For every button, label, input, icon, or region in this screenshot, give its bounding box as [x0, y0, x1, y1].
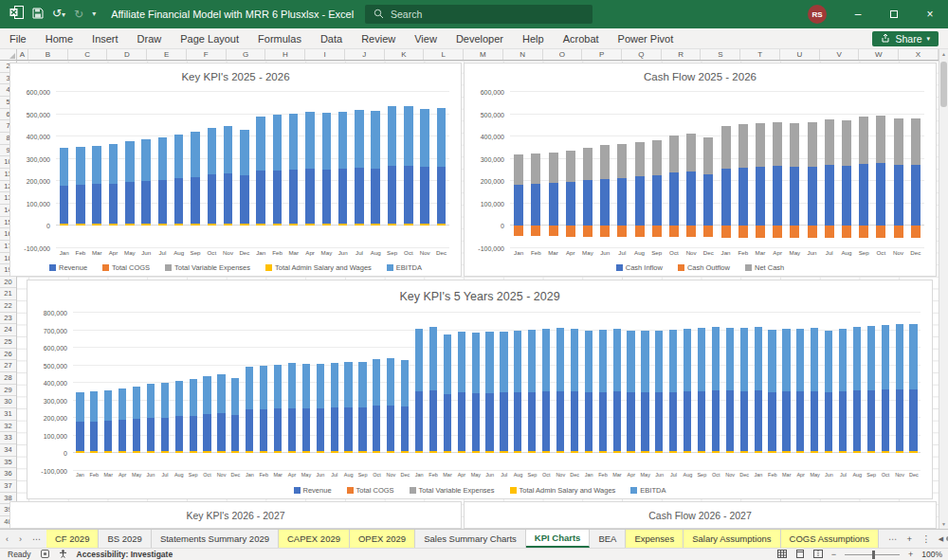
- restore-button[interactable]: [876, 0, 912, 28]
- ribbon-tab-developer[interactable]: Developer: [447, 28, 513, 49]
- minimize-button[interactable]: –: [840, 0, 876, 28]
- ribbon-tab-draw[interactable]: Draw: [128, 28, 172, 49]
- row-header-21[interactable]: 21: [0, 288, 16, 300]
- tab-splitter-icon[interactable]: ⋮: [921, 533, 931, 544]
- search-box[interactable]: Search: [365, 5, 592, 24]
- chart-key-kpi-5-years-2025-2029[interactable]: Key KPI's 5 Years 2025 - 2029800,000700,…: [27, 280, 933, 499]
- column-header-H[interactable]: H: [265, 49, 305, 60]
- row-header-24[interactable]: 24: [0, 324, 16, 336]
- hscroll-left-icon[interactable]: ◀: [939, 535, 943, 543]
- sheet-tab-sales-summary-charts[interactable]: Sales Summary Charts: [415, 530, 526, 548]
- column-header-M[interactable]: M: [464, 49, 503, 60]
- row-header-29[interactable]: 29: [0, 385, 16, 397]
- row-header-34[interactable]: 34: [0, 444, 16, 457]
- ribbon-tab-power-pivot[interactable]: Power Pivot: [609, 28, 684, 49]
- customize-qat-icon[interactable]: ▾: [92, 0, 96, 28]
- row-header-31[interactable]: 31: [0, 408, 16, 421]
- row-header-27[interactable]: 27: [0, 360, 16, 372]
- sheet-tab-opex-2029[interactable]: OPEX 2029: [350, 530, 415, 548]
- tabs-overflow-icon[interactable]: ⋯: [888, 533, 898, 544]
- zoom-in-button[interactable]: +: [908, 550, 913, 559]
- tabs-more-icon[interactable]: ⋯: [32, 534, 41, 544]
- ribbon-tab-data[interactable]: Data: [311, 28, 352, 49]
- column-header-R[interactable]: R: [662, 49, 702, 60]
- row-header-20[interactable]: 20: [0, 277, 16, 289]
- page-layout-view-icon[interactable]: [795, 550, 805, 560]
- column-header-T[interactable]: T: [740, 49, 780, 60]
- row-header-30[interactable]: 30: [0, 396, 16, 408]
- sheet-tab-cogs-assumptions[interactable]: COGS Assumptions: [781, 530, 879, 548]
- select-all-corner[interactable]: [0, 49, 17, 61]
- column-header-B[interactable]: B: [28, 49, 68, 60]
- avatar[interactable]: RS: [808, 5, 827, 24]
- sheet-tab-kpi-charts[interactable]: KPI Charts: [526, 530, 591, 548]
- column-header-G[interactable]: G: [227, 49, 266, 60]
- sheet-tab-bs-2029[interactable]: BS 2029: [99, 530, 151, 548]
- sheet-tab-statements-summary-2029[interactable]: Statements Summary 2029: [152, 530, 279, 548]
- macro-record-icon[interactable]: [41, 550, 49, 560]
- column-header-O[interactable]: O: [543, 49, 583, 60]
- ribbon-tab-file[interactable]: File: [0, 28, 36, 49]
- row-header-25[interactable]: 25: [0, 336, 16, 349]
- column-header-D[interactable]: D: [107, 49, 147, 60]
- scroll-up-icon[interactable]: ▲: [939, 49, 948, 59]
- share-button[interactable]: Share ▾: [872, 31, 939, 46]
- zoom-level[interactable]: 100%: [921, 550, 942, 559]
- column-header-E[interactable]: E: [147, 49, 187, 60]
- horizontal-scrollbar[interactable]: ◀ ▶: [939, 530, 948, 548]
- column-header-K[interactable]: K: [385, 49, 425, 60]
- ribbon-tab-help[interactable]: Help: [513, 28, 554, 49]
- accessibility-status[interactable]: Accessibility: Investigate: [77, 550, 173, 559]
- tabs-scroll-left-icon[interactable]: ‹: [6, 534, 9, 544]
- vertical-scrollbar[interactable]: ▲ ▼: [939, 49, 948, 529]
- column-header-N[interactable]: N: [503, 49, 543, 60]
- zoom-out-button[interactable]: −: [831, 550, 836, 559]
- page-break-view-icon[interactable]: [813, 550, 823, 560]
- chart-key-kpi-2026-2027[interactable]: Key KPI's 2026 - 2027: [9, 501, 462, 529]
- chart-cash-flow-2025-2026[interactable]: Cash Flow 2025 - 2026600,000500,000400,0…: [464, 63, 937, 277]
- row-header-22[interactable]: 22: [0, 300, 16, 313]
- column-header-C[interactable]: C: [68, 49, 108, 60]
- row-header-33[interactable]: 33: [0, 432, 16, 444]
- column-header-J[interactable]: J: [345, 49, 385, 60]
- column-header-L[interactable]: L: [424, 49, 464, 60]
- row-header-23[interactable]: 23: [0, 313, 16, 325]
- new-sheet-button[interactable]: +: [907, 533, 913, 544]
- ribbon-tab-page-layout[interactable]: Page Layout: [171, 28, 248, 49]
- column-header-I[interactable]: I: [305, 49, 345, 60]
- zoom-slider-thumb[interactable]: [872, 551, 875, 559]
- column-header-V[interactable]: V: [820, 49, 860, 60]
- sheet-tab-bea[interactable]: BEA: [590, 530, 626, 548]
- zoom-slider[interactable]: [845, 554, 900, 555]
- tabs-scroll-right-icon[interactable]: ›: [19, 534, 22, 544]
- column-header-W[interactable]: W: [859, 49, 899, 60]
- row-header-26[interactable]: 26: [0, 349, 16, 361]
- ribbon-tab-home[interactable]: Home: [36, 28, 82, 49]
- save-icon[interactable]: [32, 6, 44, 23]
- row-header-35[interactable]: 35: [0, 457, 16, 469]
- column-header-Q[interactable]: Q: [622, 49, 662, 60]
- sheet-tab-salary-assumptions[interactable]: Salary Assumptions: [684, 530, 780, 548]
- ribbon-tab-acrobat[interactable]: Acrobat: [554, 28, 609, 49]
- column-header-F[interactable]: F: [187, 49, 227, 60]
- column-header-U[interactable]: U: [780, 49, 820, 60]
- row-header-28[interactable]: 28: [0, 372, 16, 385]
- ribbon-tab-review[interactable]: Review: [352, 28, 405, 49]
- undo-icon[interactable]: ↺▾: [52, 0, 65, 29]
- column-header-S[interactable]: S: [701, 49, 740, 60]
- column-header-A[interactable]: A: [17, 49, 28, 60]
- normal-view-icon[interactable]: [777, 550, 787, 560]
- row-header-36[interactable]: 36: [0, 468, 16, 480]
- sheet-tab-expenses[interactable]: Expenses: [626, 530, 684, 548]
- row-header-37[interactable]: 37: [0, 480, 16, 493]
- ribbon-tab-view[interactable]: View: [405, 28, 447, 49]
- chart-key-kpi-2025-2026[interactable]: Key KPI's 2025 - 2026600,000500,000400,0…: [9, 63, 462, 277]
- vertical-scrollbar-thumb[interactable]: [940, 62, 947, 107]
- column-header-P[interactable]: P: [582, 49, 622, 60]
- chart-cash-flow-2026-2027[interactable]: Cash Flow 2026 - 2027: [464, 501, 937, 529]
- excel-logo-icon[interactable]: [9, 6, 24, 23]
- close-button[interactable]: ×: [912, 0, 948, 28]
- sheet-tab-cf-2029[interactable]: CF 2029: [46, 530, 99, 548]
- ribbon-tab-insert[interactable]: Insert: [82, 28, 128, 49]
- ribbon-tab-formulas[interactable]: Formulas: [248, 28, 311, 49]
